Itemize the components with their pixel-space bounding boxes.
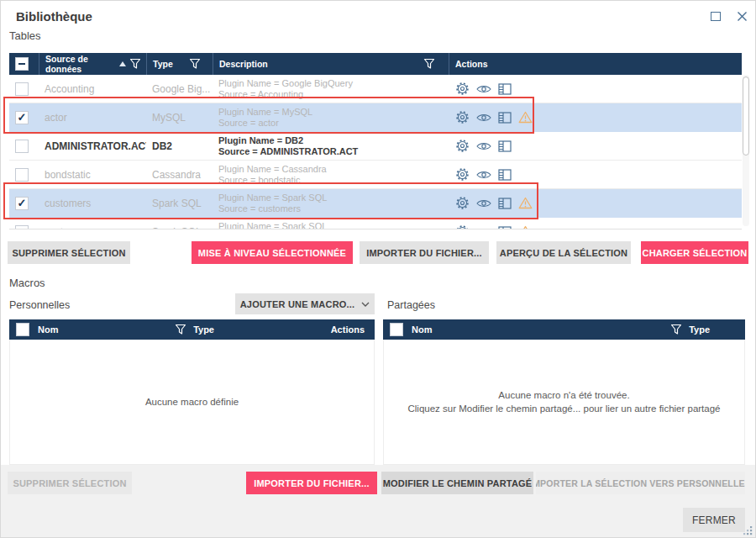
settings-gear-icon[interactable]	[455, 167, 470, 182]
row-checkbox[interactable]	[15, 111, 29, 124]
preview-eye-icon[interactable]	[476, 227, 491, 230]
import-from-file-button[interactable]: IMPORTER DU FICHIER...	[360, 241, 489, 264]
import-macro-file-button[interactable]: IMPORTER DU FICHIER...	[246, 472, 377, 494]
edit-shared-path-button[interactable]: MODIFIER LE CHEMIN PARTAGÉ	[381, 472, 533, 494]
select-all-checkbox[interactable]	[15, 57, 29, 71]
personal-macros-header: Nom Type Actions	[9, 319, 375, 340]
warning-triangle-icon	[518, 225, 533, 229]
personal-macros-label: Personnelles	[9, 299, 70, 311]
tables-section-label: Tables	[9, 29, 41, 42]
settings-gear-icon[interactable]	[455, 196, 470, 210]
close-dialog-button[interactable]: FERMER	[683, 508, 745, 532]
table-header-row: Source de données Type Description Act	[9, 53, 742, 75]
filter-funnel-icon[interactable]	[175, 324, 186, 335]
select-all-header-cell[interactable]	[9, 53, 39, 75]
select-all-checkbox[interactable]	[390, 323, 403, 336]
resize-grip-icon[interactable]	[743, 526, 753, 535]
shared-macros-body: Aucune macro n'a été trouvée. Cliquez su…	[383, 340, 745, 465]
view-data-icon[interactable]	[498, 140, 512, 152]
scrollbar-thumb[interactable]	[743, 76, 749, 156]
warning-triangle-icon	[518, 111, 533, 124]
preview-eye-icon[interactable]	[476, 198, 491, 208]
view-data-icon[interactable]	[498, 83, 512, 95]
maximize-button[interactable]	[706, 8, 725, 24]
filter-funnel-icon[interactable]	[189, 58, 201, 70]
view-data-icon[interactable]	[498, 198, 512, 209]
shared-macros-header: Nom Type	[383, 319, 745, 340]
settings-gear-icon[interactable]	[455, 110, 470, 124]
row-checkbox[interactable]	[15, 140, 29, 153]
personal-macros-empty-text: Aucune macro définie	[145, 395, 239, 409]
table-row[interactable]: Accounting Google Big... Plugin Name = G…	[9, 75, 742, 103]
load-selection-button[interactable]: CHARGER SÉLECTION	[641, 241, 748, 264]
shared-macros-empty-text: Aucune macro n'a été trouvée. Cliquez su…	[407, 388, 720, 415]
library-dialog: Bibliothèque Tables Source de données Ty…	[0, 0, 756, 538]
table-row[interactable]: bondstatic Cassandra Plugin Name = Cassa…	[9, 161, 742, 189]
table-row[interactable]: customers Spark SQL Plugin Name = Spark …	[9, 218, 742, 229]
table-row[interactable]: customers Spark SQL Plugin Name = Spark …	[9, 189, 742, 218]
close-icon	[737, 11, 748, 22]
row-checkbox[interactable]	[15, 168, 29, 182]
page-title: Bibliothèque	[16, 9, 92, 24]
preview-eye-icon[interactable]	[476, 113, 491, 123]
table-scrollbar[interactable]	[743, 75, 749, 226]
row-checkbox[interactable]	[15, 197, 29, 210]
add-macro-button[interactable]: AJOUTER UNE MACRO...	[235, 293, 375, 314]
select-all-checkbox[interactable]	[16, 323, 29, 336]
maximize-icon	[711, 12, 721, 21]
table-row[interactable]: actor MySQL Plugin Name = MySQL Source =…	[9, 103, 742, 132]
settings-gear-icon[interactable]	[455, 224, 470, 229]
column-header-description[interactable]: Description	[213, 53, 449, 75]
chevron-down-icon	[361, 302, 370, 307]
column-header-source[interactable]: Source de données	[39, 53, 146, 75]
delete-selection-button[interactable]: SUPPRIMER SÉLECTION	[8, 241, 130, 264]
row-checkbox[interactable]	[15, 225, 29, 230]
shared-macros-label: Partagées	[387, 299, 435, 311]
table-row[interactable]: ADMINISTRATOR.ACT DB2 Plugin Name = DB2 …	[9, 132, 742, 161]
delete-macro-selection-button[interactable]: SUPPRIMER SÉLECTION	[8, 472, 132, 494]
preview-selection-button[interactable]: APERÇU DE LA SÉLECTION	[496, 241, 631, 264]
row-checkbox[interactable]	[15, 82, 29, 96]
settings-gear-icon[interactable]	[455, 139, 470, 153]
personal-macros-body: Aucune macro définie	[9, 340, 375, 465]
close-button[interactable]	[732, 8, 751, 24]
column-header-type[interactable]: Type	[146, 53, 213, 75]
view-data-icon[interactable]	[498, 112, 512, 124]
filter-funnel-icon[interactable]	[670, 324, 682, 335]
preview-eye-icon[interactable]	[476, 170, 491, 180]
sort-asc-icon[interactable]	[119, 61, 126, 66]
preview-eye-icon[interactable]	[476, 84, 491, 94]
preview-eye-icon[interactable]	[476, 141, 491, 151]
warning-triangle-icon	[518, 197, 533, 209]
view-data-icon[interactable]	[498, 169, 512, 181]
settings-gear-icon[interactable]	[455, 82, 470, 96]
column-header-actions: Actions	[449, 53, 742, 75]
macros-section-label: Macros	[9, 277, 45, 289]
filter-funnel-icon[interactable]	[129, 58, 141, 70]
data-sources-table: Source de données Type Description Act	[9, 53, 742, 229]
import-selection-to-personal-button[interactable]: IMPORTER LA SÉLECTION VERS PERSONNELLES	[536, 472, 745, 494]
upgrade-selected-button[interactable]: MISE À NIVEAU SÉLECTIONNÉE	[192, 241, 353, 264]
filter-funnel-icon[interactable]	[423, 58, 435, 70]
view-data-icon[interactable]	[498, 226, 512, 230]
